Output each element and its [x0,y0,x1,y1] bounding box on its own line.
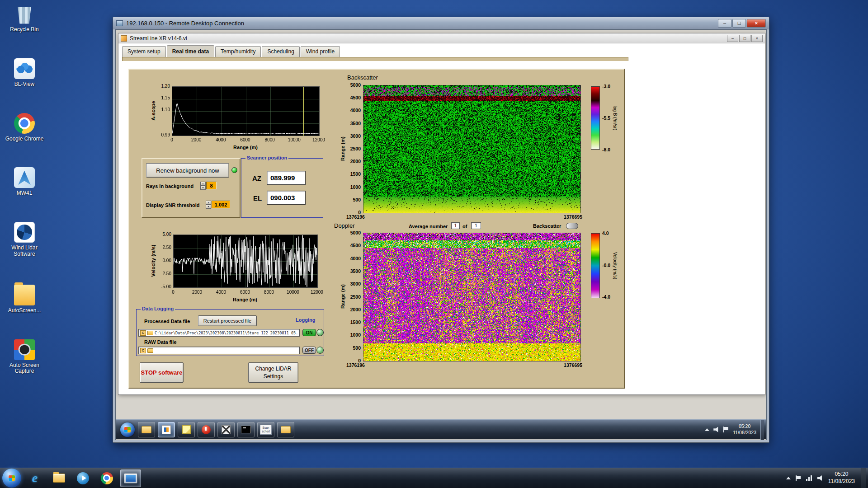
action-center-icon[interactable] [796,475,801,481]
tab-wind-profile[interactable]: Wind profile [301,46,340,57]
axis-tick: 500 [340,345,361,351]
windows-explorer-icon [53,474,65,483]
rdp-titlebar[interactable]: 192.168.0.150 - Remote Desktop Connectio… [113,17,769,29]
remote-folder-icon-button[interactable] [277,422,294,437]
desktop-icon-label: Google Chrome [5,136,44,142]
remote-clock-time: 05:20 [733,423,756,430]
windows-explorer-icon-button[interactable] [48,469,69,487]
remote-desktop-icon-button[interactable] [120,469,141,487]
raw-logging-off-toggle[interactable]: OFF [302,347,316,354]
raw-logging-knob[interactable] [316,347,324,354]
desktop-icon-label: Wind Lidar Software [3,245,46,258]
internet-explorer-icon-button[interactable]: e [24,469,45,487]
axis-tick: 500 [340,197,361,202]
remote-show-desktop-button[interactable] [760,420,764,440]
rdp-title: 192.168.0.150 - Remote Desktop Connectio… [126,20,244,27]
remote-volume-icon[interactable] [713,427,719,432]
average-number-label: Average number [409,224,448,229]
remote-desktop: StreamLine XR v14-6.vi – □ × System setu… [115,29,767,440]
axis-tick: 2500 [340,294,361,300]
vi-maximize-button[interactable]: □ [739,35,750,42]
remote-action-center-icon[interactable] [723,427,729,432]
rdp-minimize-button[interactable]: – [718,19,731,28]
vi-title: StreamLine XR v14-6.vi [130,35,187,42]
axis-tick: -8.0 [602,147,618,152]
raw-path-field[interactable]: C [138,347,300,354]
remote-start-button[interactable] [120,422,135,437]
axis-tick: 4000 [340,256,361,261]
backscatter-toggle[interactable] [566,223,578,229]
desktop-icon-google-chrome[interactable]: Google Chrome [3,113,46,142]
axis-tick: -3.0 [602,84,618,89]
show-desktop-button[interactable] [861,468,866,488]
desktop-icon-auto-screen-capture[interactable]: Auto Screen Capture [3,339,46,375]
tab-scheduling[interactable]: Scheduling [262,46,299,57]
drive-c-icon: C [140,348,146,353]
rdp-close-button[interactable]: × [747,19,766,28]
remote-terminal-icon-button[interactable] [237,422,255,437]
remote-tray-expand-icon[interactable] [705,428,709,431]
remote-power-app-icon [202,425,211,434]
tab-system-setup[interactable]: System setup [122,46,166,57]
axis-tick: -4.0 [602,294,618,300]
processed-logging-knob[interactable] [316,329,324,336]
stop-software-button[interactable]: STOP software [140,362,184,383]
tab-real-time-data[interactable]: Real time data [167,45,214,57]
chrome-icon [101,472,113,484]
axis-tick: -0.0 [602,263,618,268]
remote-explorer-icon-button[interactable] [138,422,155,437]
desktop-icon-list: Recycle BinBL-ViewGoogle ChromeMW41Wind … [3,4,46,375]
doppler-heading: Doppler [334,222,355,229]
rays-spinner[interactable]: ▲▼ [200,182,206,189]
tab-temp-humidity[interactable]: Temp/humidity [215,46,261,57]
drive-c-icon: C [140,330,146,336]
rdp-maximize-button[interactable]: □ [732,19,746,28]
average-total-field[interactable]: 1 [471,222,481,229]
folder-browse-icon[interactable] [147,331,153,335]
scanner-position-group: Scanner position AZ 089.999 EL 090.003 [241,158,323,218]
vi-titlebar[interactable]: StreamLine XR v14-6.vi – □ × [118,33,765,43]
remote-close-app-icon-button[interactable] [217,422,235,437]
change-lidar-settings-button[interactable]: Change LiDAR Settings [248,362,298,383]
backscatter-toggle-label: Backscatter [533,223,561,229]
remote-power-app-icon-button[interactable] [198,422,215,437]
vi-minimize-button[interactable]: – [727,35,738,42]
desktop: Recycle BinBL-ViewGoogle ChromeMW41Wind … [0,0,868,488]
tray-expand-icon[interactable] [786,477,791,479]
processed-path-field[interactable]: C C:\Lidar\Data\Proc\2023\202308\2023081… [138,329,300,337]
desktop-icon-label: MW41 [17,190,33,197]
snr-value-field[interactable]: 1.002 [212,201,230,208]
processed-logging-on-toggle[interactable]: ON [302,329,316,336]
desktop-icon-autoscreen-folder[interactable]: AutoScreen... [3,283,46,314]
remote-sticky-notes-icon-button[interactable] [178,422,195,437]
vi-close-button[interactable]: × [751,35,763,42]
desktop-icon-mw41[interactable]: MW41 [3,167,46,197]
renew-background-button[interactable]: Renew background now [146,163,229,178]
volume-icon[interactable] [817,475,823,481]
average-number-field[interactable]: 1 [451,222,460,229]
desktop-icon-bl-view[interactable]: BL-View [3,58,46,88]
chrome-icon-button[interactable] [96,469,117,487]
snr-spinner[interactable]: ▲▼ [206,201,211,208]
taskbar-clock[interactable]: 05:20 11/08/2023 [828,471,855,485]
el-field[interactable]: 090.003 [267,191,306,205]
tab-bar: System setupReal time dataTemp/humidityS… [122,45,340,57]
axis-tick: 4500 [340,95,361,100]
desktop-icon-wind-lidar[interactable]: Wind Lidar Software [3,222,46,258]
start-button[interactable] [2,469,21,488]
remote-active-app-icon-button[interactable] [158,422,175,437]
remote-clock[interactable]: 05:20 11/08/2023 [733,423,756,436]
axis-tick: 5000 [340,230,361,235]
remote-scan-sched-icon-button[interactable]: Scan sched [257,422,274,437]
desktop-icon-recycle-bin[interactable]: Recycle Bin [3,4,46,33]
az-field[interactable]: 089.999 [267,171,306,185]
vi-window: StreamLine XR v14-6.vi – □ × System setu… [118,33,765,395]
rays-value-field[interactable]: 8 [206,182,217,189]
media-player-icon-button[interactable] [72,469,93,487]
restart-processed-file-button[interactable]: Restart processed file [198,315,257,326]
axis-tick: 4.0 [602,230,618,236]
axis-tick: 1000 [340,184,361,190]
network-icon[interactable] [806,475,812,481]
folder-browse-icon[interactable] [147,348,153,353]
rays-in-background-label: Rays in background [146,183,193,189]
